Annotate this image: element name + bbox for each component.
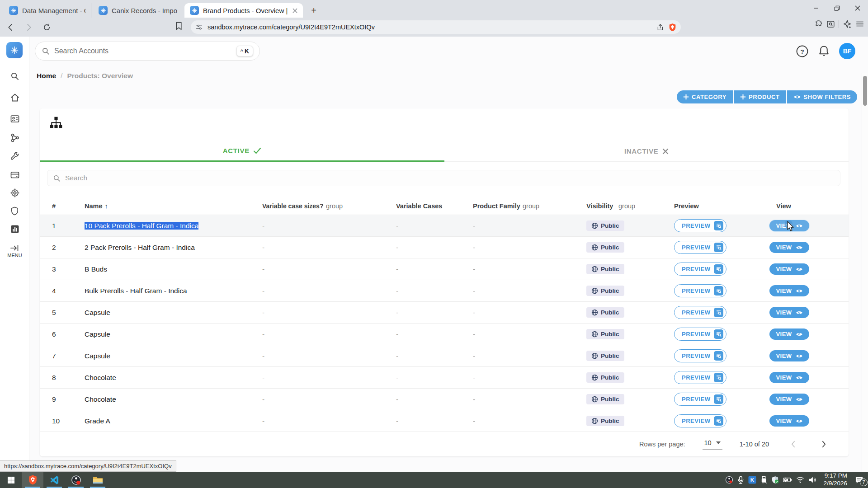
leo-ai-icon[interactable] <box>843 19 852 28</box>
col-header-group-1[interactable]: group <box>326 202 396 210</box>
sidebar-search-icon[interactable] <box>9 71 20 81</box>
sidebar-security-icon[interactable] <box>9 206 20 216</box>
view-button[interactable]: VIEW <box>769 415 809 427</box>
window-close-button[interactable] <box>847 0 868 16</box>
sidebar-menu-button[interactable]: MENU <box>0 244 29 258</box>
sidebar-home-icon[interactable] <box>9 92 20 103</box>
preview-button[interactable]: PREVIEW <box>674 328 726 341</box>
view-button[interactable]: VIEW <box>769 372 809 383</box>
tray-volume-icon[interactable] <box>808 476 816 483</box>
sidebar-tools-icon[interactable] <box>9 151 20 161</box>
product-name[interactable]: Grade A <box>85 417 110 425</box>
sidebar-helm-icon[interactable] <box>9 188 20 198</box>
preview-button[interactable]: PREVIEW <box>674 241 726 254</box>
table-row[interactable]: 6 Capsule - - - Public PREVIEW VIEW <box>40 324 849 345</box>
notification-center-icon[interactable]: 7 <box>855 476 863 484</box>
reload-icon[interactable] <box>39 19 54 35</box>
view-button[interactable]: VIEW <box>769 263 809 275</box>
next-page-button[interactable] <box>817 441 830 448</box>
share-icon[interactable] <box>656 23 664 31</box>
tray-obs-icon[interactable] <box>725 476 733 484</box>
table-row[interactable]: 4 Bulk Prerolls - Half Gram - Indica - -… <box>40 280 849 302</box>
view-button[interactable]: VIEW <box>769 242 809 253</box>
view-button[interactable]: VIEW <box>769 328 809 340</box>
table-row[interactable]: 3 B Buds - - - Public PREVIEW VIEW <box>40 258 849 280</box>
preview-button[interactable]: PREVIEW <box>674 349 726 362</box>
view-button[interactable]: VIEW <box>769 307 809 318</box>
table-row[interactable]: 7 Capsule - - - Public PREVIEW VIEW <box>40 345 849 367</box>
tray-wifi-icon[interactable] <box>796 477 804 483</box>
view-button[interactable]: VIEW <box>769 350 809 361</box>
account-search[interactable]: ^K <box>35 42 260 61</box>
table-row[interactable]: 2 2 Pack Prerolls - Half Gram - Indica -… <box>40 237 849 258</box>
site-settings-icon[interactable] <box>195 23 203 31</box>
sidebar-contacts-icon[interactable] <box>9 113 20 124</box>
product-name[interactable]: 2 Pack Prerolls - Half Gram - Indica <box>85 244 195 251</box>
product-name[interactable]: Bulk Prerolls - Half Gram - Indica <box>85 287 187 295</box>
table-row[interactable]: 8 Chocolate - - - Public PREVIEW VIEW <box>40 367 849 389</box>
browser-tab-1[interactable]: Data Management - Overview | MyTr <box>4 3 91 18</box>
window-minimize-button[interactable] <box>806 0 826 16</box>
sidebar-reports-icon[interactable] <box>9 224 20 234</box>
url-text[interactable]: sandbox.mytrace.com/category/U9I2t4E9T2m… <box>208 23 652 31</box>
show-filters-button[interactable]: SHOW FILTERS <box>787 90 857 103</box>
tray-battery-icon[interactable] <box>783 477 792 483</box>
taskbar-clock[interactable]: 9:17 PM 2/9/2026 <box>823 472 847 488</box>
scrollbar-thumb[interactable] <box>863 76 867 106</box>
table-row[interactable]: 5 Capsule - - - Public PREVIEW VIEW <box>40 302 849 324</box>
product-name[interactable]: Capsule <box>85 309 110 316</box>
add-category-button[interactable]: CATEGORY <box>677 90 733 103</box>
view-button[interactable]: VIEW <box>769 285 809 296</box>
back-icon[interactable] <box>3 19 18 35</box>
page-scrollbar[interactable] <box>862 73 868 488</box>
product-name[interactable]: Chocolate <box>85 374 116 381</box>
notifications-bell-icon[interactable] <box>818 45 830 58</box>
add-product-button[interactable]: PRODUCT <box>734 90 786 103</box>
col-header-name[interactable]: Name↑ <box>85 202 262 210</box>
search-panel-icon[interactable] <box>826 20 835 28</box>
breadcrumb-home-link[interactable]: Home <box>37 72 56 80</box>
product-name[interactable]: Capsule <box>85 352 110 360</box>
preview-button[interactable]: PREVIEW <box>674 371 726 384</box>
browser-tab-active[interactable]: Brand Products - Overview | MyT <box>184 3 303 18</box>
preview-button[interactable]: PREVIEW <box>674 393 726 406</box>
tab-close-icon[interactable] <box>292 8 297 13</box>
product-name[interactable]: 10 Pack Prerolls - Half Gram - Indica <box>85 222 198 230</box>
app-logo[interactable] <box>6 42 23 58</box>
bookmark-icon[interactable] <box>175 22 182 30</box>
preview-button[interactable]: PREVIEW <box>674 219 726 232</box>
preview-button[interactable]: PREVIEW <box>674 306 726 319</box>
table-row[interactable]: 9 Chocolate - - - Public PREVIEW VIEW <box>40 389 849 410</box>
view-button[interactable]: VIEW <box>769 394 809 405</box>
table-search-input[interactable] <box>65 174 835 182</box>
extensions-icon[interactable] <box>814 20 823 28</box>
brave-shield-icon[interactable] <box>669 23 676 32</box>
help-icon[interactable]: ? <box>796 45 809 58</box>
window-restore-button[interactable] <box>826 0 847 16</box>
tray-microphone-icon[interactable] <box>737 476 744 484</box>
taskbar-obs-icon[interactable] <box>65 472 87 488</box>
rows-per-page-select[interactable]: 10 <box>703 439 722 450</box>
product-name[interactable]: Capsule <box>85 330 110 338</box>
product-name[interactable]: Chocolate <box>85 395 116 403</box>
tab-inactive[interactable]: INACTIVE <box>444 141 849 162</box>
new-tab-button[interactable]: + <box>307 4 320 17</box>
browser-tab-2[interactable]: Canix Records - Import | MyTrace <box>93 3 183 18</box>
url-bar[interactable]: sandbox.mytrace.com/category/U9I2t4E9T2m… <box>191 20 681 34</box>
tray-usb-icon[interactable] <box>760 476 767 484</box>
table-search[interactable] <box>47 170 840 186</box>
previous-page-button[interactable] <box>786 441 800 448</box>
menu-hamburger-icon[interactable] <box>855 19 864 28</box>
sidebar-hierarchy-icon[interactable] <box>9 132 20 143</box>
col-header-group-2[interactable]: group <box>523 202 586 210</box>
table-row[interactable]: 1 10 Pack Prerolls - Half Gram - Indica … <box>40 215 849 237</box>
table-row[interactable]: 10 Grade A - - - Public PREVIEW VIEW <box>40 410 849 432</box>
tray-k-app-icon[interactable]: K <box>748 476 756 484</box>
preview-button[interactable]: PREVIEW <box>674 284 726 297</box>
taskbar-brave-icon[interactable] <box>22 472 43 488</box>
account-search-input[interactable] <box>54 47 232 55</box>
preview-button[interactable]: PREVIEW <box>674 263 726 276</box>
sidebar-payments-icon[interactable] <box>9 169 20 180</box>
tray-security-icon[interactable] <box>771 476 779 484</box>
col-header-group-3[interactable]: group <box>618 202 674 210</box>
